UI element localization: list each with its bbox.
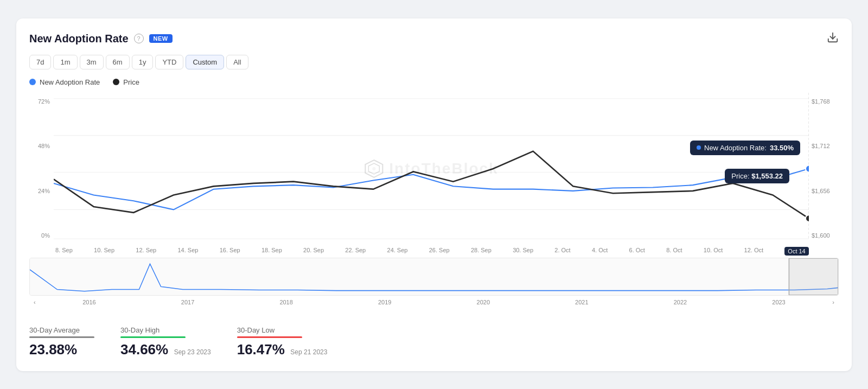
year-2023: 2023: [772, 299, 785, 305]
y-left-48: 48%: [29, 143, 50, 149]
stat-average-value: 23.88%: [29, 341, 94, 358]
stats-section: 30-Day Average 23.88% 30-Day High 34.66%…: [29, 317, 839, 358]
main-card: New Adoption Rate ? NEW 7d 1m 3m 6m 1y Y…: [16, 18, 852, 371]
year-2020: 2020: [477, 299, 490, 305]
y-right-1768: $1,768: [812, 98, 839, 105]
filter-6m[interactable]: 6m: [106, 55, 130, 69]
year-2018: 2018: [279, 299, 292, 305]
y-left-72: 72%: [29, 98, 50, 105]
x-label-2: 12. Sep: [136, 247, 156, 256]
stat-high-value-wrap: 34.66% Sep 23 2023: [120, 341, 211, 358]
stat-average-line: [29, 336, 94, 338]
minimap-svg: [30, 258, 838, 295]
legend-adoption-label: New Adoption Rate: [40, 78, 100, 86]
time-filters: 7d 1m 3m 6m 1y YTD Custom All: [29, 55, 839, 69]
x-label-7: 22. Sep: [345, 247, 366, 256]
adoption-dot: [29, 79, 36, 85]
stat-low-value-wrap: 16.47% Sep 21 2023: [237, 341, 328, 358]
y-right-1712: $1,712: [812, 143, 839, 149]
x-label-13: 4. Oct: [592, 247, 608, 256]
header-left: New Adoption Rate ? NEW: [29, 33, 173, 45]
legend-price-label: Price: [123, 78, 139, 86]
new-badge: NEW: [149, 34, 173, 43]
x-label-4: 16. Sep: [220, 247, 240, 256]
minimap-nav: ‹ 2016 2017 2018 2019 2020 2021 2022 202…: [29, 298, 839, 307]
chart-inner: IntoTheBlock New Adoption Rate: 33.50% P…: [54, 93, 809, 245]
filter-ytd[interactable]: YTD: [155, 55, 183, 69]
y-left-0: 0%: [29, 232, 50, 239]
x-label-17: 12. Oct: [744, 247, 763, 256]
page-title: New Adoption Rate: [29, 33, 129, 45]
filter-custom[interactable]: Custom: [186, 55, 224, 69]
x-label-active: Oct 14: [784, 247, 808, 256]
chart-legend: New Adoption Rate Price: [29, 78, 839, 86]
tooltip-price-value: $1,553.22: [751, 172, 783, 180]
x-label-0: 8. Sep: [55, 247, 73, 256]
stat-low-line: [237, 336, 302, 338]
tooltip-price-label: Price:: [731, 172, 749, 180]
x-label-8: 24. Sep: [387, 247, 408, 256]
minimap-area: [29, 258, 839, 296]
filter-1y[interactable]: 1y: [132, 55, 154, 69]
download-button[interactable]: [827, 31, 839, 46]
filter-all[interactable]: All: [226, 55, 248, 69]
x-label-14: 6. Oct: [629, 247, 645, 256]
x-label-16: 10. Oct: [704, 247, 723, 256]
minimap-right-arrow[interactable]: ›: [830, 299, 837, 305]
stat-high: 30-Day High 34.66% Sep 23 2023: [120, 326, 211, 358]
x-axis: 8. Sep 10. Sep 12. Sep 14. Sep 16. Sep 1…: [29, 245, 809, 258]
x-label-5: 18. Sep: [261, 247, 282, 256]
x-label-6: 20. Sep: [303, 247, 324, 256]
x-label-15: 8. Oct: [666, 247, 682, 256]
minimap-years: 2016 2017 2018 2019 2020 2021 2022 2023: [38, 299, 831, 305]
main-chart-area: 72% 48% 24% 0% $1,768 $1,712 $1,656 $1,6…: [29, 93, 839, 245]
y-axis-left: 72% 48% 24% 0%: [29, 93, 50, 245]
tooltip-adoption-label: New Adoption Rate:: [704, 144, 767, 152]
tooltip-adoption: New Adoption Rate: 33.50%: [690, 141, 800, 155]
stat-low: 30-Day Low 16.47% Sep 21 2023: [237, 326, 328, 358]
svg-rect-11: [789, 258, 838, 295]
x-label-12: 2. Oct: [554, 247, 570, 256]
stat-average-label: 30-Day Average: [29, 326, 94, 334]
svg-point-8: [806, 215, 809, 222]
legend-price: Price: [113, 78, 139, 86]
chart-svg: [54, 93, 809, 245]
y-left-24: 24%: [29, 188, 50, 194]
y-right-1656: $1,656: [812, 188, 839, 194]
filter-7d[interactable]: 7d: [29, 55, 51, 69]
x-label-3: 14. Sep: [178, 247, 199, 256]
svg-rect-10: [30, 258, 838, 295]
price-dot: [113, 79, 119, 85]
tooltip-adoption-dot: [697, 145, 701, 150]
help-icon[interactable]: ?: [134, 34, 144, 43]
card-header: New Adoption Rate ? NEW: [29, 31, 839, 46]
minimap-left-arrow[interactable]: ‹: [31, 299, 38, 305]
x-label-10: 28. Sep: [471, 247, 492, 256]
x-label-11: 30. Sep: [513, 247, 533, 256]
svg-point-7: [806, 165, 809, 172]
year-2021: 2021: [575, 299, 588, 305]
tooltip-price: Price: $1,553.22: [725, 169, 789, 183]
x-label-1: 10. Sep: [94, 247, 114, 256]
year-2016: 2016: [82, 299, 95, 305]
stat-high-label: 30-Day High: [120, 326, 211, 334]
filter-1m[interactable]: 1m: [53, 55, 77, 69]
year-2022: 2022: [674, 299, 687, 305]
tooltip-adoption-value: 33.50%: [770, 144, 794, 152]
stat-average: 30-Day Average 23.88%: [29, 326, 94, 358]
stat-high-line: [120, 336, 186, 338]
y-right-1600: $1,600: [812, 232, 839, 239]
filter-3m[interactable]: 3m: [80, 55, 104, 69]
x-label-9: 26. Sep: [429, 247, 450, 256]
year-2017: 2017: [181, 299, 194, 305]
year-2019: 2019: [378, 299, 391, 305]
stat-low-label: 30-Day Low: [237, 326, 328, 334]
legend-adoption: New Adoption Rate: [29, 78, 100, 86]
y-axis-right: $1,768 $1,712 $1,656 $1,600: [812, 93, 839, 245]
